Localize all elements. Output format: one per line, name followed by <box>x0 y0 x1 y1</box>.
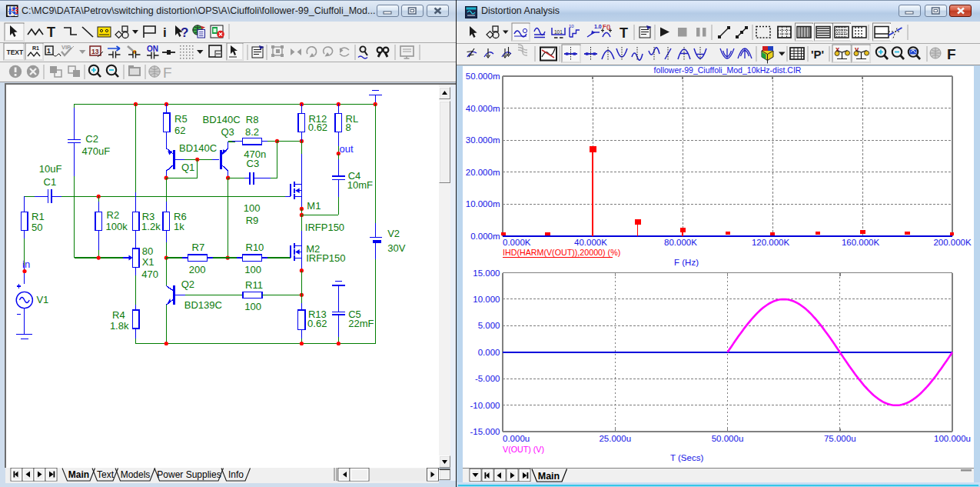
svg-text:T: T <box>620 25 628 41</box>
svg-text:Info: Info <box>228 469 244 480</box>
svg-text:1.8k: 1.8k <box>110 320 129 332</box>
svg-text:8.2: 8.2 <box>245 126 259 138</box>
svg-text:-5.000: -5.000 <box>475 374 500 383</box>
svg-text:R8: R8 <box>246 114 259 125</box>
svg-text:IHD(HARM(V(OUT)),20000) (%): IHD(HARM(V(OUT)),20000) (%) <box>503 248 620 257</box>
svg-text:F(): F() <box>603 23 611 30</box>
svg-text:40.000m: 40.000m <box>466 104 500 113</box>
svg-text:50.000m: 50.000m <box>466 72 500 81</box>
svg-text:'P': 'P' <box>811 48 824 61</box>
svg-text:200.000K: 200.000K <box>933 238 972 247</box>
svg-text:C2: C2 <box>85 133 98 145</box>
svg-text:5.000: 5.000 <box>478 321 500 330</box>
svg-text:C3: C3 <box>247 158 260 169</box>
svg-text:R9: R9 <box>246 215 259 226</box>
svg-text:75.000u: 75.000u <box>824 434 856 443</box>
svg-text:M1: M1 <box>307 200 321 212</box>
svg-text:100: 100 <box>244 301 261 312</box>
svg-text:80.000K: 80.000K <box>664 238 697 247</box>
svg-text:Q2: Q2 <box>181 279 194 290</box>
svg-text:Q3: Q3 <box>221 126 234 138</box>
svg-text:BD140C: BD140C <box>203 114 241 125</box>
svg-text:15.000: 15.000 <box>473 269 500 278</box>
svg-text:1k: 1k <box>174 221 184 232</box>
svg-text:R11: R11 <box>245 279 263 291</box>
svg-text:100.000u: 100.000u <box>934 434 971 443</box>
svg-text:0.62: 0.62 <box>308 122 327 133</box>
svg-text:C1: C1 <box>44 176 57 188</box>
svg-text:R7: R7 <box>192 242 205 253</box>
svg-text:T (Secs): T (Secs) <box>670 453 703 462</box>
svg-text:1: 1 <box>47 47 51 55</box>
svg-text:101: 101 <box>554 29 563 35</box>
svg-text:30V: 30V <box>387 242 405 254</box>
svg-text:25.000u: 25.000u <box>599 434 631 443</box>
svg-text:Text: Text <box>97 469 115 480</box>
svg-text:50.000u: 50.000u <box>712 434 744 443</box>
svg-text:TEXT: TEXT <box>7 48 25 56</box>
svg-text:V(OUT) (V): V(OUT) (V) <box>503 445 544 454</box>
svg-text:F: F <box>163 65 172 81</box>
svg-text:1.2k: 1.2k <box>141 221 161 232</box>
svg-text:BD140C: BD140C <box>179 142 217 154</box>
svg-text:62: 62 <box>174 125 185 136</box>
svg-text:Q1: Q1 <box>181 162 194 173</box>
svg-text:Main: Main <box>68 469 89 480</box>
svg-text:160.000K: 160.000K <box>842 238 880 247</box>
svg-text:0.000u: 0.000u <box>503 434 530 443</box>
svg-text:X1: X1 <box>142 256 154 268</box>
svg-text:?: ? <box>181 25 188 40</box>
svg-text:200: 200 <box>189 264 206 275</box>
svg-text:ON: ON <box>147 45 158 53</box>
svg-text:120.000K: 120.000K <box>752 238 790 247</box>
svg-text:0.000K: 0.000K <box>503 238 531 247</box>
svg-text:Main: Main <box>538 471 560 482</box>
svg-text:F (Hz): F (Hz) <box>674 258 699 267</box>
svg-text:22mF: 22mF <box>348 318 374 329</box>
svg-text:IRFP150: IRFP150 <box>305 222 344 233</box>
svg-text:1.0: 1.0 <box>594 24 602 29</box>
svg-text:20.000m: 20.000m <box>466 168 500 177</box>
svg-text:Power Supplies: Power Supplies <box>157 469 221 480</box>
svg-text:100k: 100k <box>106 221 128 232</box>
svg-text:50: 50 <box>32 222 42 233</box>
svg-text:out: out <box>340 143 354 155</box>
svg-text:0.62: 0.62 <box>307 318 327 329</box>
svg-text:V2: V2 <box>387 228 400 239</box>
svg-text:Models: Models <box>121 469 151 480</box>
svg-text:T: T <box>47 25 55 40</box>
svg-text:-15.000: -15.000 <box>470 427 500 436</box>
svg-text:0.000m: 0.000m <box>470 232 500 241</box>
svg-text:470uF: 470uF <box>81 145 110 157</box>
svg-text:10.000m: 10.000m <box>466 199 500 208</box>
svg-text:470: 470 <box>141 269 158 280</box>
svg-text:VIP: VIP <box>61 44 71 51</box>
svg-text:follower-99_Ciuffoli_Mod_10kHz: follower-99_Ciuffoli_Mod_10kHz-dist.CIR <box>654 66 802 75</box>
svg-text:0.000: 0.000 <box>478 348 500 357</box>
svg-text:10uF: 10uF <box>39 163 62 175</box>
svg-text:30.000m: 30.000m <box>466 135 500 145</box>
svg-text:10mF: 10mF <box>347 179 373 191</box>
svg-text:R5: R5 <box>174 113 188 125</box>
svg-text:i: i <box>163 25 167 40</box>
svg-text:in: in <box>22 259 30 270</box>
svg-text:40.000K: 40.000K <box>574 238 607 247</box>
svg-text:R2: R2 <box>107 209 120 221</box>
svg-text:10: 10 <box>569 24 574 28</box>
svg-text:V1: V1 <box>36 294 48 305</box>
svg-text:BD139C: BD139C <box>184 299 222 311</box>
svg-text:R1: R1 <box>32 45 39 51</box>
svg-text:13: 13 <box>91 48 99 55</box>
svg-text:IRFP150: IRFP150 <box>306 252 345 264</box>
svg-text:-10.000: -10.000 <box>470 401 500 410</box>
svg-text:10.000: 10.000 <box>473 295 500 304</box>
svg-text:F: F <box>947 46 956 62</box>
svg-text:100: 100 <box>244 264 261 275</box>
svg-text:8: 8 <box>346 122 351 133</box>
svg-text:R10: R10 <box>246 242 264 253</box>
svg-text:100: 100 <box>244 202 261 214</box>
